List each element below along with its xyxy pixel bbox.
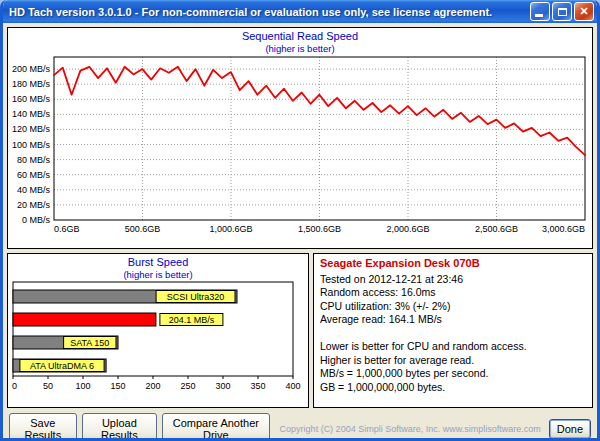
svg-text:ATA UltraDMA 6: ATA UltraDMA 6 bbox=[30, 361, 94, 371]
svg-text:1,500.6GB: 1,500.6GB bbox=[298, 224, 341, 234]
info-line-blank bbox=[320, 327, 586, 341]
svg-text:100 MB/s: 100 MB/s bbox=[12, 140, 51, 150]
svg-text:40 MB/s: 40 MB/s bbox=[17, 185, 51, 195]
svg-text:SCSI Ultra320: SCSI Ultra320 bbox=[167, 292, 225, 302]
svg-text:3,000.6GB: 3,000.6GB bbox=[542, 224, 585, 234]
info-line-note-mbs: MB/s = 1,000,000 bytes per second. bbox=[320, 367, 586, 381]
compare-another-drive-button[interactable]: Compare Another Drive bbox=[162, 413, 270, 441]
burst-speed-chart-container: SCSI Ultra320204.1 MB/sSATA 150ATA Ultra… bbox=[10, 280, 308, 406]
svg-text:0: 0 bbox=[12, 381, 17, 391]
sequential-chart-title: Sequential Read Speed bbox=[8, 28, 592, 43]
svg-text:300: 300 bbox=[215, 381, 230, 391]
svg-text:0 MB/s: 0 MB/s bbox=[22, 215, 51, 225]
burst-speed-panel: Burst Speed (higher is better) SCSI Ultr… bbox=[7, 253, 309, 408]
svg-text:350: 350 bbox=[250, 381, 265, 391]
minimize-icon bbox=[535, 14, 543, 17]
sequential-read-chart: 0 MB/s20 MB/s40 MB/s60 MB/s80 MB/s100 MB… bbox=[8, 54, 592, 244]
svg-text:0.6GB: 0.6GB bbox=[54, 224, 80, 234]
hd-tach-window: HD Tach version 3.0.1.0 - For non-commer… bbox=[0, 0, 600, 441]
svg-text:500.6GB: 500.6GB bbox=[125, 224, 161, 234]
svg-text:160 MB/s: 160 MB/s bbox=[12, 94, 51, 104]
svg-text:20 MB/s: 20 MB/s bbox=[17, 200, 51, 210]
sequential-read-panel: Sequential Read Speed (higher is better)… bbox=[7, 27, 593, 249]
svg-text:180 MB/s: 180 MB/s bbox=[12, 79, 51, 89]
svg-text:200 MB/s: 200 MB/s bbox=[12, 64, 51, 74]
svg-text:140 MB/s: 140 MB/s bbox=[12, 109, 51, 119]
burst-chart-subtitle: (higher is better) bbox=[8, 269, 308, 280]
drive-info-panel: Seagate Expansion Desk 070B Tested on 20… bbox=[313, 253, 593, 408]
done-button[interactable]: Done bbox=[549, 419, 591, 439]
copyright-text: Copyright (C) 2004 Simpli Software, Inc.… bbox=[280, 424, 541, 434]
svg-text:2,000.6GB: 2,000.6GB bbox=[386, 224, 429, 234]
info-line-average-read: Average read: 164.1 MB/s bbox=[320, 313, 586, 327]
footer-bar: Save Results Upload Results Compare Anot… bbox=[7, 408, 593, 441]
upload-results-button[interactable]: Upload Results bbox=[82, 413, 157, 441]
info-line-random-access: Random access: 16.0ms bbox=[320, 286, 586, 300]
svg-text:250: 250 bbox=[180, 381, 195, 391]
burst-chart-title: Burst Speed bbox=[8, 254, 308, 269]
client-area: Sequential Read Speed (higher is better)… bbox=[3, 23, 597, 441]
save-results-button[interactable]: Save Results bbox=[9, 413, 77, 441]
sequential-chart-subtitle: (higher is better) bbox=[8, 43, 592, 54]
caption-buttons: ✕ bbox=[530, 2, 594, 21]
window-title: HD Tach version 3.0.1.0 - For non-commer… bbox=[9, 6, 530, 18]
info-line-tested: Tested on 2012-12-21 at 23:46 bbox=[320, 273, 586, 287]
svg-text:60 MB/s: 60 MB/s bbox=[17, 170, 51, 180]
close-button[interactable]: ✕ bbox=[574, 2, 594, 21]
close-icon: ✕ bbox=[579, 6, 588, 17]
info-line-note-gb: GB = 1,000,000,000 bytes. bbox=[320, 381, 586, 395]
burst-speed-chart: SCSI Ultra320204.1 MB/sSATA 150ATA Ultra… bbox=[10, 280, 306, 402]
svg-text:1,000.6GB: 1,000.6GB bbox=[209, 224, 252, 234]
svg-text:200: 200 bbox=[145, 381, 160, 391]
svg-text:400: 400 bbox=[285, 381, 300, 391]
svg-text:120 MB/s: 120 MB/s bbox=[12, 124, 51, 134]
title-bar[interactable]: HD Tach version 3.0.1.0 - For non-commer… bbox=[3, 0, 597, 23]
svg-text:150: 150 bbox=[110, 381, 125, 391]
info-line-note-lower: Lower is better for CPU and random acces… bbox=[320, 340, 586, 354]
info-line-note-higher: Higher is better for average read. bbox=[320, 354, 586, 368]
svg-text:100: 100 bbox=[75, 381, 90, 391]
maximize-icon bbox=[558, 8, 567, 16]
svg-text:204.1 MB/s: 204.1 MB/s bbox=[169, 315, 215, 325]
drive-name: Seagate Expansion Desk 070B bbox=[320, 257, 586, 271]
svg-text:50: 50 bbox=[43, 381, 53, 391]
svg-text:2,500.6GB: 2,500.6GB bbox=[475, 224, 518, 234]
minimize-button[interactable] bbox=[530, 2, 550, 21]
maximize-button[interactable] bbox=[552, 2, 572, 21]
svg-text:SATA 150: SATA 150 bbox=[70, 338, 109, 348]
svg-text:80 MB/s: 80 MB/s bbox=[17, 155, 51, 165]
sequential-read-chart-container: 0 MB/s20 MB/s40 MB/s60 MB/s80 MB/s100 MB… bbox=[8, 54, 592, 248]
bottom-row: Burst Speed (higher is better) SCSI Ultr… bbox=[7, 253, 593, 408]
info-line-cpu-utilization: CPU utilization: 3% (+/- 2%) bbox=[320, 300, 586, 314]
